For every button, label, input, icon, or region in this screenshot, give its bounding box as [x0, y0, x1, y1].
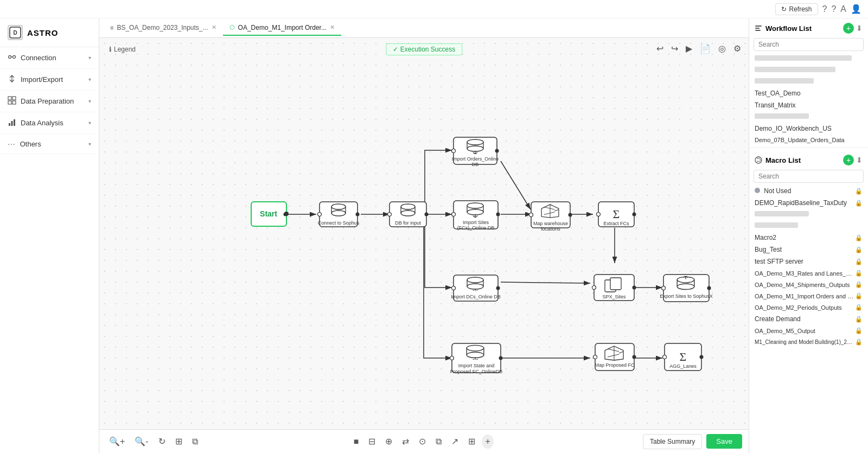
undo-button[interactable]: ↩ — [654, 41, 666, 56]
workflow-item-demo-io[interactable]: Demo_IO_Workbench_US — [749, 123, 868, 135]
node-import-orders[interactable]: Import Orders_Online DB — [452, 137, 499, 167]
macro-item-create-demand[interactable]: Create Demand 🔒 — [749, 313, 868, 325]
redo-button[interactable]: ↪ — [669, 41, 680, 56]
node-import-sites[interactable]: Import Sites (FCs)_Online DB — [452, 201, 500, 231]
svg-point-79 — [633, 213, 636, 216]
tool-6[interactable]: ⧉ — [432, 435, 445, 449]
help2-icon[interactable]: ? — [831, 4, 836, 14]
sidebar-item-data-analysis[interactable]: Data Analysis ▾ — [0, 112, 99, 134]
macro-lock-icon-11[interactable]: 🔒 — [855, 327, 863, 334]
macro-export-button[interactable]: ⬇ — [856, 155, 863, 165]
bottom-toolbar: 🔍+ 🔍- ↻ ⊞ ⧉ ■ ⊟ ⊕ ⇄ ⊙ ⧉ ↗ ⊞ + — [99, 429, 749, 453]
target-button[interactable]: ◎ — [716, 41, 728, 56]
legend-button[interactable]: ℹ Legend — [105, 43, 140, 55]
tab2-close[interactable]: ✕ — [330, 24, 335, 31]
sidebar-item-import-export[interactable]: Import/Export ▾ — [0, 69, 99, 91]
tool-3[interactable]: ⊕ — [382, 434, 395, 449]
sidebar-item-others[interactable]: ··· Others ▾ — [0, 134, 99, 154]
play-button[interactable]: ▶ — [684, 41, 694, 56]
settings-button[interactable]: ⚙ — [731, 41, 743, 56]
macro-lock-icon-1[interactable]: 🔒 — [855, 188, 863, 195]
macro-lock-icon-8[interactable]: 🔒 — [855, 292, 863, 299]
sidebar-item-connection[interactable]: Connection ▾ — [0, 47, 99, 69]
node-import-dcs[interactable]: Import DCs_Online DB — [451, 275, 501, 301]
document-button[interactable]: 📄 — [698, 41, 713, 56]
save-button[interactable]: Save — [706, 434, 742, 449]
node-db-input[interactable]: DB for input — [388, 202, 429, 227]
workflow-add-button[interactable]: + — [843, 23, 854, 34]
tool-4[interactable]: ⇄ — [399, 434, 412, 449]
macro-lock-icon-6[interactable]: 🔒 — [855, 270, 863, 277]
node-agg-lanes[interactable]: Σ AGG_Lanes — [663, 343, 704, 371]
svg-point-59 — [496, 286, 500, 290]
macro-item-m3-rates[interactable]: OA_Demo_M3_Rates and Lanes_Outputs 🔒 — [749, 267, 868, 279]
canvas-toolbar: ℹ Legend — [105, 43, 140, 55]
sidebar-item-data-preparation[interactable]: Data Preparation ▾ — [0, 91, 99, 112]
macro-add-button[interactable]: + — [843, 155, 854, 165]
node-map-warehouse[interactable]: Map warehouse locations — [529, 202, 572, 232]
workflow-item-demo-07b[interactable]: Demo_07B_Update_Orders_Data — [749, 135, 868, 145]
tool-1[interactable]: ■ — [350, 435, 362, 449]
table-summary-button[interactable]: Table Summary — [643, 434, 702, 449]
svg-rect-105 — [755, 28, 760, 29]
macro-item-macro2[interactable]: Macro2 🔒 — [749, 232, 868, 244]
zoom-out-button[interactable]: 🔍- — [131, 434, 151, 449]
copy-button[interactable]: ⧉ — [189, 435, 201, 449]
node-extract-fcs[interactable]: Σ Extract FCs — [597, 202, 636, 227]
zoom-in-button[interactable]: 🔍+ — [106, 434, 128, 449]
tab1-close[interactable]: ✕ — [212, 24, 216, 31]
workflow-item-transit-matrix[interactable]: Transit_Matrix — [749, 99, 868, 111]
macro-item-m1-cleaning[interactable]: M1_Cleaning and Model Building(1)_202306… — [749, 336, 868, 348]
workflow-export-button[interactable]: ⬇ — [856, 23, 863, 34]
reset-view-button[interactable]: ↻ — [155, 434, 169, 449]
macro-lock-icon-2[interactable]: 🔒 — [855, 200, 863, 207]
macro-lock-icon-7[interactable]: 🔒 — [855, 281, 863, 288]
grid-view-button[interactable]: ⊞ — [172, 434, 186, 449]
macro-item-m5-output[interactable]: OA_Demo_M5_Output 🔒 — [749, 325, 868, 336]
tool-8[interactable]: ⊞ — [465, 434, 478, 449]
translate-icon[interactable]: A — [840, 4, 846, 14]
macro-item-rapid-baseline[interactable]: DEMO_RapidBaseline_TaxDuty 🔒 — [749, 197, 868, 209]
node-export-sites[interactable]: Export Sites to SophusX — [660, 275, 713, 302]
tab-oa-demo-m1[interactable]: ⬡ OA_Demo_M1_Import Order... ✕ — [223, 21, 341, 36]
macro-item-not-used[interactable]: Not Used 🔒 — [749, 185, 868, 197]
canvas-svg: Start Connect to Sophus — [99, 38, 749, 429]
macro-search-input[interactable] — [754, 170, 864, 183]
workflow-item-gray-2 — [749, 65, 868, 76]
svg-text:SPX_Sites: SPX_Sites — [602, 294, 626, 299]
workflow-list-actions: + ⬇ — [843, 23, 863, 34]
macro-lock-icon-10[interactable]: 🔒 — [855, 316, 863, 323]
macro-lock-icon-5[interactable]: 🔒 — [855, 258, 863, 265]
workflow-search-input[interactable] — [754, 38, 864, 51]
import-export-chevron: ▾ — [88, 76, 91, 82]
macro-lock-icon-3[interactable]: 🔒 — [855, 234, 863, 241]
refresh-button[interactable]: ↻ Refresh — [775, 3, 818, 15]
node-import-state[interactable]: Import State and Proposed FC_OnlineDB — [450, 343, 503, 374]
workflow-item-gray-1 — [749, 53, 868, 65]
tool-9[interactable]: + — [482, 435, 493, 449]
macro-lock-icon-9[interactable]: 🔒 — [855, 304, 863, 311]
macro-item-m4-shipments[interactable]: OA_Demo_M4_Shipments_Outputs 🔒 — [749, 279, 868, 290]
macro-item-bug-test[interactable]: Bug_Test 🔒 — [749, 244, 868, 256]
tool-2[interactable]: ⊟ — [365, 434, 379, 449]
macro-lock-icon-4[interactable]: 🔒 — [855, 246, 863, 253]
tool-7[interactable]: ↗ — [448, 434, 462, 449]
help-icon[interactable]: ? — [822, 4, 827, 14]
user-icon[interactable]: 👤 — [851, 4, 861, 14]
tab-bs-oa-demo[interactable]: ≡ BS_OA_Demo_2023_Inputs_... ✕ — [104, 21, 223, 36]
macro-lock-icon-12[interactable]: 🔒 — [855, 339, 863, 346]
tool-5[interactable]: ⊙ — [416, 434, 429, 449]
node-spx-sites[interactable]: SPX_Sites — [592, 275, 636, 301]
workflow-item-test-oa-demo[interactable]: Test_OA_Demo — [749, 87, 868, 99]
macro-item-sftp[interactable]: test SFTP server 🔒 — [749, 256, 868, 267]
macro-actions-5: 🔒 — [855, 270, 863, 277]
macro-item-m1-import[interactable]: OA_Demo_M1_Import Orders and Sites_ 🔒 — [749, 290, 868, 302]
svg-text:Start: Start — [260, 209, 277, 218]
macro-item-m2-periods[interactable]: OA_Demo_M2_Periods_Outputs 🔒 — [749, 302, 868, 313]
node-connect-sophus[interactable]: Connect to Sophus — [318, 202, 360, 227]
canvas-container: ℹ Legend ✓ Execution Success ↩ ↪ ▶ 📄 ◎ ⚙ — [99, 38, 749, 429]
node-start[interactable]: Start — [251, 202, 289, 226]
macro-actions-8: 🔒 — [855, 304, 863, 311]
sidebar: D ASTRO Connection ▾ Import/Export ▾ — [0, 18, 99, 453]
node-map-proposed[interactable]: Map Proposed FC — [593, 343, 636, 371]
